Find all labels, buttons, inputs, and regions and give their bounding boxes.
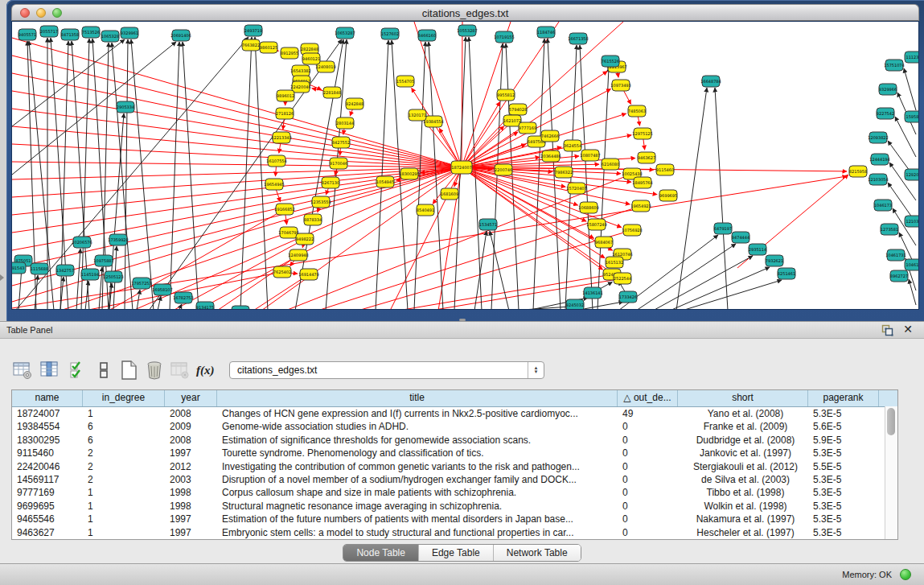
network-edge[interactable]: [636, 244, 736, 309]
cell-short[interactable]: Wolkin et al. (1998): [678, 500, 808, 513]
cell-out_degree[interactable]: 0: [618, 473, 678, 486]
table-row[interactable]: 946554611997Estimation of the future num…: [12, 513, 897, 525]
cell-pagerank[interactable]: 5.3E-5: [808, 486, 879, 499]
cell-short[interactable]: de Silva et al. (2003): [678, 473, 808, 486]
cell-name[interactable]: 9465546: [12, 513, 83, 525]
network-node[interactable]: 16107554: [266, 155, 286, 167]
network-node[interactable]: 7615526: [602, 56, 619, 67]
network-node[interactable]: 16782753: [173, 292, 193, 303]
network-node[interactable]: 12093822: [868, 132, 888, 143]
network-node[interactable]: 6479197: [714, 223, 732, 234]
network-node[interactable]: 10553287: [457, 25, 477, 36]
cell-out_degree[interactable]: 0: [618, 460, 678, 473]
network-node[interactable]: 18300295: [399, 168, 419, 179]
network-edge[interactable]: [183, 42, 199, 309]
column-header-name[interactable]: name: [12, 390, 83, 406]
network-edge[interactable]: [76, 249, 80, 309]
cell-out_degree[interactable]: 0: [618, 526, 678, 539]
network-edge[interactable]: [653, 256, 753, 309]
network-canvas[interactable]: 1872400718300295193845547663822986012589…: [11, 21, 919, 310]
cell-short[interactable]: Tibbo et al. (1998): [678, 486, 808, 499]
cell-title[interactable]: Estimation of significance thresholds fo…: [217, 434, 618, 447]
float-panel-icon[interactable]: [881, 324, 893, 336]
cell-out_degree[interactable]: 0: [618, 447, 678, 459]
network-node[interactable]: 1273581: [881, 224, 898, 235]
column-header-out_degree[interactable]: △ out_de...: [618, 390, 678, 406]
network-node[interactable]: 10973493: [610, 80, 630, 91]
table-scrollbar[interactable]: [885, 406, 897, 539]
network-node[interactable]: 7625402: [273, 266, 291, 278]
cell-short[interactable]: Stergiakouli et al. (2012): [678, 460, 808, 473]
network-node[interactable]: 9134175: [196, 302, 214, 309]
cell-in_degree[interactable]: 2: [83, 447, 165, 459]
cell-year[interactable]: 1998: [165, 500, 217, 513]
delete-table-icon[interactable]: [143, 359, 166, 381]
cell-name[interactable]: 18724007: [12, 407, 83, 420]
network-edge[interactable]: [137, 290, 140, 309]
network-node[interactable]: 8427552: [332, 137, 350, 148]
network-node[interactable]: 7462666: [541, 130, 559, 142]
network-node[interactable]: 8466160: [418, 30, 436, 41]
cell-pagerank[interactable]: 5.3E-5: [808, 407, 879, 420]
network-node[interactable]: 10461731: [885, 249, 906, 261]
cell-name[interactable]: 9777169: [12, 486, 83, 499]
network-node[interactable]: 121030: [905, 216, 918, 227]
network-node[interactable]: 2803144: [336, 117, 354, 129]
network-node[interactable]: 12975125: [632, 128, 652, 139]
network-edge[interactable]: [179, 304, 182, 309]
cell-year[interactable]: 2012: [165, 460, 217, 473]
network-node[interactable]: 16648784: [700, 76, 721, 87]
cell-pagerank[interactable]: 5.3E-5: [808, 526, 879, 539]
column-header-in_degree[interactable]: in_degree: [83, 390, 165, 406]
network-edge[interactable]: [99, 267, 102, 309]
network-node[interactable]: 16958107: [152, 284, 172, 295]
new-document-icon[interactable]: [117, 359, 140, 381]
network-node[interactable]: 2522544: [614, 273, 631, 284]
cell-pagerank[interactable]: 5.3E-5: [808, 473, 879, 486]
cell-in_degree[interactable]: 1: [83, 513, 165, 525]
network-node[interactable]: 12444194: [869, 154, 889, 165]
cell-pagerank[interactable]: 5.3E-5: [808, 447, 879, 459]
network-node[interactable]: 1920552: [232, 306, 249, 309]
network-edge[interactable]: [12, 56, 462, 167]
network-node[interactable]: 1342757: [56, 265, 74, 276]
function-builder-icon[interactable]: f(x): [195, 359, 217, 381]
cell-year[interactable]: 1997: [165, 526, 217, 539]
close-panel-icon[interactable]: ✕: [903, 323, 913, 336]
network-edge[interactable]: [889, 163, 916, 200]
network-node[interactable]: 9699695: [659, 190, 677, 201]
network-node[interactable]: 9955812: [497, 89, 515, 101]
table-settings-icon[interactable]: [11, 359, 34, 381]
network-node[interactable]: 9474444: [732, 232, 749, 243]
network-node[interactable]: 14136141: [582, 287, 602, 299]
network-node[interactable]: 129203: [905, 169, 918, 180]
network-node[interactable]: 10653287: [335, 27, 355, 39]
network-node[interactable]: 1681609: [441, 188, 458, 200]
panel-collapse-arrow-icon[interactable]: [0, 274, 4, 281]
cell-out_degree[interactable]: 0: [618, 420, 678, 433]
network-node[interactable]: 9115460: [656, 164, 674, 175]
network-node[interactable]: 9329961: [121, 27, 138, 39]
network-node[interactable]: 1145194: [81, 269, 99, 280]
cell-year[interactable]: 2008: [165, 434, 217, 447]
cell-pagerank[interactable]: 5.3E-5: [808, 513, 879, 525]
network-node[interactable]: 104617: [905, 259, 918, 270]
network-node[interactable]: 9405571: [18, 29, 36, 40]
cell-title[interactable]: Tourette syndrome. Phenomenology and cla…: [217, 447, 618, 459]
network-node[interactable]: 7485063: [628, 105, 646, 117]
network-node[interactable]: 2718126: [276, 108, 294, 119]
cell-title[interactable]: Changes of HCN gene expression and I(f) …: [217, 407, 618, 420]
network-node[interactable]: 1534571: [479, 219, 497, 230]
network-node[interactable]: 1615132: [606, 257, 623, 268]
network-node[interactable]: 10688609: [578, 202, 598, 213]
column-header-short[interactable]: short: [678, 390, 808, 406]
cell-name[interactable]: 18300295: [12, 434, 83, 447]
network-node[interactable]: 9684067: [595, 237, 613, 248]
network-node[interactable]: 111230: [905, 51, 918, 63]
cell-title[interactable]: Genome-wide association studies in ADHD.: [217, 420, 618, 433]
column-settings-icon[interactable]: [39, 359, 61, 381]
cell-in_degree[interactable]: 1: [83, 526, 165, 539]
network-edge[interactable]: [12, 167, 462, 233]
table-row[interactable]: 946362711997Embryonic stem cells: a mode…: [12, 526, 897, 539]
network-node[interactable]: 12103054: [868, 174, 888, 185]
